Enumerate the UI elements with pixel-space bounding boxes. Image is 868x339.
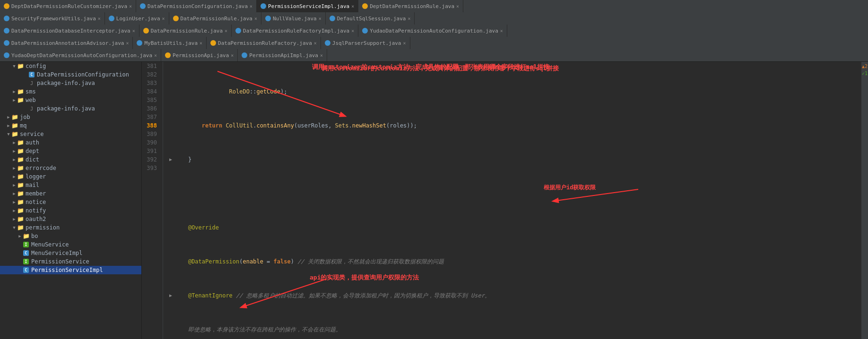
close-icon[interactable]: ×: [319, 16, 321, 21]
tree-expand-arrow: ▶: [11, 200, 17, 204]
close-icon[interactable]: ×: [403, 41, 406, 46]
sidebar-item-config[interactable]: ▼ 📁 config: [0, 62, 141, 70]
sidebar-item-oauth2[interactable]: ▶ 📁 oauth2: [0, 215, 141, 223]
sidebar-item-MenuService[interactable]: I MenuService: [0, 240, 141, 249]
close-icon[interactable]: ×: [98, 16, 101, 21]
close-icon[interactable]: ×: [126, 41, 129, 46]
line-num: 383: [146, 79, 159, 87]
sidebar-item-package-info-config[interactable]: J package-info.java: [0, 79, 141, 87]
close-icon[interactable]: ×: [254, 16, 257, 21]
sidebar-item-PermissionServiceImpl[interactable]: C PermissionServiceImpl: [0, 266, 141, 274]
tab-DeptDataPermissionRuleCustomizer[interactable]: DeptDataPermissionRuleCustomizer.java ×: [0, 0, 136, 12]
tab-DefaultSqlSession[interactable]: DefaultSqlSession.java ×: [326, 12, 415, 25]
sidebar-item-service[interactable]: ▼ 📁 service: [0, 130, 141, 138]
tab-PermissionApiImpl[interactable]: PermissionApiImpl.java ×: [238, 49, 327, 61]
sidebar-item-dept[interactable]: ▶ 📁 dept: [0, 147, 141, 155]
close-icon[interactable]: ×: [129, 4, 132, 9]
tab-DataPermissionDatabaseInterceptor[interactable]: DataPermissionDatabaseInterceptor.java ×: [0, 25, 139, 37]
line-num: 387: [146, 113, 159, 121]
close-icon[interactable]: ×: [154, 53, 157, 58]
sidebar-item-notice[interactable]: ▶ 📁 notice: [0, 198, 141, 206]
sidebar-item-bo[interactable]: ▶ 📁 bo: [0, 232, 141, 240]
close-icon[interactable]: ×: [162, 16, 165, 21]
sidebar-item-dict[interactable]: ▶ 📁 dict: [0, 155, 141, 164]
code-editor[interactable]: 调用customizer的customiz方法，完成具体的配置，那张表用哪个字段…: [142, 62, 868, 339]
tab-NullValue[interactable]: NullValue.java ×: [261, 12, 326, 25]
sidebar-item-MenuServiceImpl[interactable]: C MenuServiceImpl: [0, 249, 141, 257]
sidebar-item-PermissionService[interactable]: I PermissionService: [0, 257, 141, 266]
tree-item-label: package-info.java: [37, 80, 95, 86]
close-icon[interactable]: ×: [132, 28, 135, 34]
tab-label: DeptDataPermissionRule.java: [370, 3, 454, 9]
tab-row-4: DataPermissionAnnotationAdvisor.java × M…: [0, 37, 868, 49]
sidebar-item-notify[interactable]: ▶ 📁 notify: [0, 206, 141, 215]
tab-icon: [4, 28, 9, 34]
tab-DataPermissionAnnotationAdvisor[interactable]: DataPermissionAnnotationAdvisor.java ×: [0, 37, 133, 49]
close-icon[interactable]: ×: [408, 16, 410, 21]
folder-icon: 📁: [17, 97, 24, 103]
tab-JsqlParserSupport[interactable]: JsqlParserSupport.java ×: [321, 37, 410, 49]
tab-MyBatisUtils[interactable]: MyBatisUtils.java ×: [133, 37, 207, 49]
close-icon[interactable]: ×: [351, 28, 354, 34]
tree-expand-arrow: ▶: [11, 157, 17, 162]
sidebar-item-DataPermissionConfiguration[interactable]: C DataPermissionConfiguration: [0, 70, 141, 79]
close-icon[interactable]: ×: [231, 53, 234, 58]
tree-expand-arrow: ▶: [11, 183, 17, 187]
line-num: 384: [146, 87, 159, 96]
sidebar-item-logger[interactable]: ▶ 📁 logger: [0, 172, 141, 181]
tree-item-label: mq: [20, 122, 26, 129]
sidebar-item-sms[interactable]: ▶ 📁 sms: [0, 87, 141, 96]
tab-PermissionApi[interactable]: PermissionApi.java ×: [161, 49, 238, 61]
close-icon[interactable]: ×: [314, 41, 317, 46]
tab-DataPermissionConfiguration[interactable]: DataPermissionConfiguration.java ×: [136, 0, 257, 12]
tree-expand-arrow: ▶: [11, 140, 17, 145]
tree-expand-arrow: ▶: [17, 234, 23, 238]
tab-DeptDataPermissionRule[interactable]: DeptDataPermissionRule.java ×: [358, 0, 463, 12]
tree-expand-arrow: ▶: [11, 217, 17, 221]
sidebar-item-errorcode[interactable]: ▶ 📁 errorcode: [0, 164, 141, 172]
folder-icon: 📁: [17, 156, 24, 163]
tab-DataPermissionRule[interactable]: DataPermissionRule.java ×: [169, 12, 261, 25]
sidebar-item-mail[interactable]: ▶ 📁 mail: [0, 181, 141, 189]
tree-expand-arrow: ▼: [6, 132, 11, 136]
tab-PermissionServiceImpl[interactable]: PermissionServiceImpl.java ×: [257, 0, 358, 12]
close-icon[interactable]: ×: [250, 4, 252, 9]
tab-label: PermissionApi.java: [173, 52, 229, 59]
tab-DataPermissionRuleFactoryImpl[interactable]: DataPermissionRuleFactoryImpl.java ×: [232, 25, 358, 37]
sidebar-item-member[interactable]: ▶ 📁 member: [0, 189, 141, 198]
top-annotation: 调用customizer的customiz方法，完成具体的配置，那张表用哪个字段…: [312, 63, 549, 71]
sidebar-item-mq[interactable]: ▶ 📁 mq: [0, 121, 141, 130]
tab-label: DefaultSqlSession.java: [337, 16, 406, 22]
close-icon[interactable]: ×: [225, 28, 227, 34]
sidebar-item-permission[interactable]: ▼ 📁 permission: [0, 223, 141, 232]
close-icon[interactable]: ×: [456, 4, 459, 9]
close-icon[interactable]: ×: [320, 53, 323, 58]
close-icon[interactable]: ×: [351, 4, 354, 9]
folder-icon: 📁: [11, 131, 18, 137]
tab-DataPermissionRuleFactory[interactable]: DataPermissionRuleFactory.java ×: [207, 37, 321, 49]
folder-icon: 📁: [17, 173, 24, 180]
folder-icon: 📁: [17, 88, 24, 95]
tab-LoginUser[interactable]: LoginUser.java ×: [105, 12, 169, 25]
tab-icon: [362, 3, 368, 9]
tab-YudaoDeptDataPermission[interactable]: YudaoDeptDataPermissionAutoConfiguration…: [0, 49, 161, 61]
tree-expand-arrow: ▼: [11, 225, 17, 230]
tab-icon: [260, 3, 266, 9]
close-icon[interactable]: ×: [500, 28, 503, 34]
code-lines: RoleDO::getCode); return CollUtil.contai…: [163, 62, 861, 339]
tab-YudaoDataPermissionAutoConfiguration[interactable]: YudaoDataPermissionAutoConfiguration.jav…: [358, 25, 507, 37]
tab-row-1: DeptDataPermissionRuleCustomizer.java × …: [0, 0, 868, 12]
sidebar-item-job[interactable]: ▶ 📁 job: [0, 113, 141, 121]
sidebar-item-auth[interactable]: ▶ 📁 auth: [0, 138, 141, 147]
code-line-387b: 即使忽略，本身该方法不存在跨租户的操作，不会在在问题。: [167, 325, 858, 334]
tree-expand-arrow: ▶: [11, 149, 17, 153]
sidebar-item-web[interactable]: ▶ 📁 web: [0, 96, 141, 104]
close-icon[interactable]: ×: [200, 41, 202, 46]
tab-label: YudaoDataPermissionAutoConfiguration.jav…: [370, 28, 498, 34]
tab-SecurityFrameworkUtils[interactable]: SecurityFrameworkUtils.java ×: [0, 12, 105, 25]
gutter-383: ▶: [167, 155, 174, 164]
line-numbers: 381 382 383 384 385 386 387 388 389 390 …: [142, 62, 163, 339]
tab-DataPermissionRule2[interactable]: DataPermissionRule.java ×: [139, 25, 232, 37]
tree-item-label: bo: [31, 233, 38, 239]
sidebar-item-package-info[interactable]: J package-info.java: [0, 104, 141, 113]
